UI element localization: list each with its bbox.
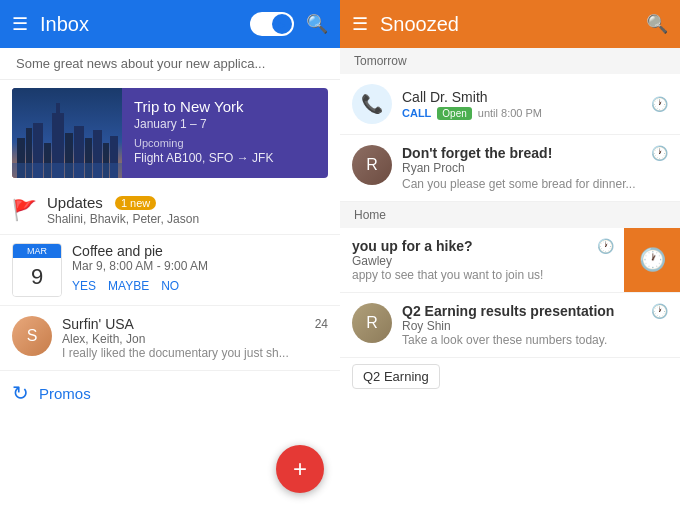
smith-card[interactable]: 📞 Call Dr. Smith CALL Open until 8:00 PM… (340, 74, 680, 135)
trip-upcoming: Upcoming (134, 137, 273, 149)
left-header-title: Inbox (40, 13, 238, 36)
right-header: ☰ Snoozed 🔍 (340, 0, 680, 48)
toggle-switch[interactable]: ▶ (250, 12, 294, 36)
right-search-icon[interactable]: 🔍 (646, 13, 668, 35)
ryan-avatar: R (352, 145, 392, 185)
surfing-preview: I really liked the documentary you just … (62, 346, 328, 360)
q2-card[interactable]: R Q2 Earning results presentation Roy Sh… (340, 293, 680, 358)
trip-dates: January 1 – 7 (134, 117, 273, 131)
surfing-avatar: S (12, 316, 52, 356)
coffee-info: Coffee and pie Mar 9, 8:00 AM - 9:00 AM … (72, 243, 328, 293)
trip-title: Trip to New York (134, 98, 273, 115)
snooze-tab[interactable]: 🕐 (624, 228, 680, 292)
no-button[interactable]: NO (161, 279, 179, 293)
bread-preview: Can you please get some bread for dinner… (402, 177, 651, 191)
trip-card[interactable]: Trip to New York January 1 – 7 Upcoming … (12, 88, 328, 178)
snooze-icon: 🕐 (639, 247, 666, 273)
new-badge: 1 new (115, 196, 156, 210)
svg-rect-6 (56, 103, 60, 118)
right-hamburger-icon[interactable]: ☰ (352, 13, 368, 35)
smith-title: Call Dr. Smith (402, 89, 651, 105)
smith-info: Call Dr. Smith CALL Open until 8:00 PM (402, 89, 651, 120)
surfing-info: Surfin' USA 24 Alex, Keith, Jon I really… (62, 316, 328, 360)
home-section-label: Home (340, 202, 680, 228)
bread-clock-icon: 🕐 (651, 145, 668, 161)
yes-button[interactable]: YES (72, 279, 96, 293)
q2-info: Q2 Earning results presentation Roy Shin… (402, 303, 651, 347)
hike-title: you up for a hike? (352, 238, 608, 254)
phone-icon-container: 📞 (352, 84, 392, 124)
coffee-actions: YES MAYBE NO (72, 279, 328, 293)
preview-bar: Some great news about your new applica..… (0, 48, 340, 80)
until-text: until 8:00 PM (478, 107, 542, 119)
hike-card[interactable]: you up for a hike? Gawley appy to see th… (340, 228, 680, 293)
surfing-title: Surfin' USA 24 (62, 316, 328, 332)
promos-row[interactable]: ↻ Promos (0, 371, 340, 415)
compose-icon: + (293, 455, 307, 483)
promos-label: Promos (39, 385, 91, 402)
coffee-time: Mar 9, 8:00 AM - 9:00 AM (72, 259, 328, 273)
roy-avatar: R (352, 303, 392, 343)
bread-title: Don't forget the bread! (402, 145, 651, 161)
toggle-thumb: ▶ (272, 14, 292, 34)
preview-text: Some great news about your new applica..… (16, 56, 265, 71)
bread-card[interactable]: R Don't forget the bread! Ryan Proch Can… (340, 135, 680, 202)
hike-preview: appy to see that you want to join us! (352, 268, 608, 282)
left-panel: ☰ Inbox ▶ 🔍 Some great news about your n… (0, 0, 340, 509)
surfing-senders: Alex, Keith, Jon (62, 332, 328, 346)
cal-day: 9 (31, 264, 43, 290)
unread-count: 24 (315, 317, 328, 331)
right-header-title: Snoozed (380, 13, 634, 36)
maybe-button[interactable]: MAYBE (108, 279, 149, 293)
trip-flight: Flight AB100, SFO → JFK (134, 151, 273, 165)
calendar-icon: MAR 9 (12, 243, 62, 297)
right-panel: ☰ Snoozed 🔍 Tomorrow 📞 Call Dr. Smith CA… (340, 0, 680, 509)
trip-info: Trip to New York January 1 – 7 Upcoming … (122, 88, 285, 178)
compose-fab[interactable]: + (276, 445, 324, 493)
surfing-row[interactable]: S Surfin' USA 24 Alex, Keith, Jon I real… (0, 306, 340, 371)
clock-icon: 🕐 (651, 96, 668, 112)
cal-month: MAR (27, 246, 47, 256)
q2-preview: Take a look over these numbers today. (402, 333, 651, 347)
bread-sender: Ryan Proch (402, 161, 651, 175)
svg-rect-13 (12, 163, 122, 178)
promos-arrow-icon: ↻ (12, 381, 29, 405)
phone-icon: 📞 (361, 93, 383, 115)
call-badge: CALL (402, 107, 431, 119)
flag-icon: 🚩 (12, 198, 37, 222)
search-icon[interactable]: 🔍 (306, 13, 328, 35)
coffee-card[interactable]: MAR 9 Coffee and pie Mar 9, 8:00 AM - 9:… (0, 235, 340, 306)
trip-image (12, 88, 122, 178)
q2-sender: Roy Shin (402, 319, 651, 333)
hike-clock-icon: 🕐 (597, 238, 614, 254)
coffee-title: Coffee and pie (72, 243, 328, 259)
updates-senders: Shalini, Bhavik, Peter, Jason (47, 212, 199, 226)
q2-title: Q2 Earning results presentation (402, 303, 651, 319)
bread-info: Don't forget the bread! Ryan Proch Can y… (402, 145, 651, 191)
hike-sender: Gawley (352, 254, 608, 268)
tomorrow-section-label: Tomorrow (340, 48, 680, 74)
smith-meta: CALL Open until 8:00 PM (402, 107, 651, 120)
q2-clock-icon: 🕐 (651, 303, 668, 319)
left-header: ☰ Inbox ▶ 🔍 (0, 0, 340, 48)
earning-tag-area: Q2 Earning (340, 358, 680, 395)
open-badge: Open (437, 107, 471, 120)
updates-label: Updates (47, 194, 103, 211)
earning-tag: Q2 Earning (352, 364, 440, 389)
updates-row[interactable]: 🚩 Updates 1 new Shalini, Bhavik, Peter, … (0, 186, 340, 235)
hamburger-icon[interactable]: ☰ (12, 13, 28, 35)
